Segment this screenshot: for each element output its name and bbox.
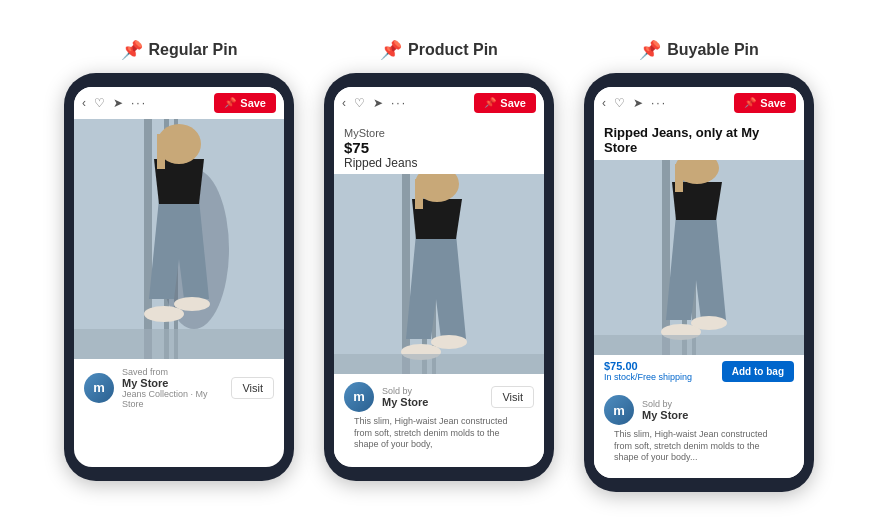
product-top-bar-left: ‹ ♡ ➤ ··· (342, 96, 468, 110)
product-pin-title: 📌 Product Pin (380, 39, 498, 61)
save-pin-icon: 📌 (224, 97, 236, 108)
pin-icon-regular: 📌 (121, 39, 143, 61)
regular-store-info: Saved from My Store Jeans Collection · M… (122, 367, 223, 409)
svg-rect-9 (157, 134, 165, 169)
svg-rect-28 (594, 335, 804, 355)
svg-point-25 (691, 316, 727, 330)
buyable-save-label: Save (760, 97, 786, 109)
product-store-name: My Store (382, 396, 483, 408)
buyable-phone-bottom: m Sold by My Store This slim, High-waist… (594, 387, 804, 478)
svg-rect-12 (402, 174, 410, 374)
product-title-label: Product Pin (408, 41, 498, 59)
svg-point-6 (144, 306, 184, 322)
regular-store-avatar: m (84, 373, 114, 403)
buyable-save-button[interactable]: 📌 Save (734, 93, 796, 113)
product-save-label: Save (500, 97, 526, 109)
regular-pin-title: 📌 Regular Pin (121, 39, 238, 61)
product-sold-by-label: Sold by (382, 386, 483, 396)
product-pin-section: 📌 Product Pin ‹ ♡ ➤ ··· 📌 Save (324, 39, 554, 481)
product-pin-phone: ‹ ♡ ➤ ··· 📌 Save MyStore $75 Ripped Jean… (324, 73, 554, 481)
product-back-icon[interactable]: ‹ (342, 96, 346, 110)
buyable-stock: In stock/Free shipping (604, 372, 692, 382)
product-store-avatar: m (344, 382, 374, 412)
buyable-price: $75.00 (604, 360, 692, 372)
regular-top-bar-left: ‹ ♡ ➤ ··· (82, 96, 208, 110)
product-pin-image (334, 174, 544, 374)
add-to-bag-button[interactable]: Add to bag (722, 361, 794, 382)
regular-pin-phone: ‹ ♡ ➤ ··· 📌 Save (64, 73, 294, 481)
regular-top-bar: ‹ ♡ ➤ ··· 📌 Save (74, 87, 284, 119)
buyable-store-avatar: m (604, 395, 634, 425)
buyable-description: This slim, High-waist Jean constructed f… (604, 425, 794, 470)
buyable-sold-by-label: Sold by (642, 399, 794, 409)
product-store-label: MyStore (344, 127, 534, 139)
buyable-save-pin-icon: 📌 (744, 97, 756, 108)
product-name: Ripped Jeans (344, 156, 534, 170)
buyable-price-row: $75.00 In stock/Free shipping Add to bag (594, 355, 804, 387)
buyable-more-icon[interactable]: ··· (651, 96, 667, 110)
buyable-pin-phone: ‹ ♡ ➤ ··· 📌 Save Ripped Jeans, only at M… (584, 73, 814, 492)
product-top-bar: ‹ ♡ ➤ ··· 📌 Save (334, 87, 544, 119)
buyable-pin-title-text: Ripped Jeans, only at My Store (604, 125, 794, 156)
buyable-pin-title: 📌 Buyable Pin (639, 39, 759, 61)
product-header: MyStore $75 Ripped Jeans (334, 119, 544, 174)
buyable-store-info: Sold by My Store (642, 399, 794, 421)
buyable-share-icon[interactable]: ➤ (633, 96, 643, 110)
svg-point-16 (431, 335, 467, 349)
svg-point-7 (174, 297, 210, 311)
buyable-phone-screen: ‹ ♡ ➤ ··· 📌 Save Ripped Jeans, only at M… (594, 87, 804, 478)
product-share-icon[interactable]: ➤ (373, 96, 383, 110)
back-icon[interactable]: ‹ (82, 96, 86, 110)
regular-visit-button[interactable]: Visit (231, 377, 274, 399)
product-phone-bottom: m Sold by My Store Visit This slim, High… (334, 374, 544, 465)
regular-store-label: Saved from (122, 367, 223, 377)
product-save-pin-icon: 📌 (484, 97, 496, 108)
buyable-title-label: Buyable Pin (667, 41, 759, 59)
buyable-top-bar: ‹ ♡ ➤ ··· 📌 Save (594, 87, 804, 119)
buyable-pin-image (594, 160, 804, 355)
buyable-heart-icon[interactable]: ♡ (614, 96, 625, 110)
pin-icon-product: 📌 (380, 39, 402, 61)
heart-icon[interactable]: ♡ (94, 96, 105, 110)
buyable-pin-section: 📌 Buyable Pin ‹ ♡ ➤ ··· 📌 Save (584, 39, 814, 492)
buyable-back-icon[interactable]: ‹ (602, 96, 606, 110)
product-price: $75 (344, 139, 534, 156)
product-description: This slim, High-waist Jean constructed f… (344, 412, 534, 457)
product-store-row: m Sold by My Store Visit (344, 382, 534, 412)
pin-icon-buyable: 📌 (639, 39, 661, 61)
product-save-button[interactable]: 📌 Save (474, 93, 536, 113)
more-icon[interactable]: ··· (131, 96, 147, 110)
share-icon[interactable]: ➤ (113, 96, 123, 110)
product-phone-screen: ‹ ♡ ➤ ··· 📌 Save MyStore $75 Ripped Jean… (334, 87, 544, 467)
regular-phone-screen: ‹ ♡ ➤ ··· 📌 Save (74, 87, 284, 467)
buyable-store-name: My Store (642, 409, 794, 421)
regular-pin-image (74, 119, 284, 359)
svg-rect-2 (144, 119, 152, 359)
regular-store-sub: Jeans Collection · My Store (122, 389, 223, 409)
regular-pin-section: 📌 Regular Pin ‹ ♡ ➤ ··· 📌 Save (64, 39, 294, 481)
svg-rect-10 (74, 329, 284, 359)
product-heart-icon[interactable]: ♡ (354, 96, 365, 110)
buyable-top-bar-left: ‹ ♡ ➤ ··· (602, 96, 728, 110)
svg-rect-18 (415, 179, 423, 209)
buyable-title-bar: Ripped Jeans, only at My Store (594, 119, 804, 160)
buyable-store-row: m Sold by My Store (604, 395, 794, 425)
product-store-info: Sold by My Store (382, 386, 483, 408)
regular-store-row: m Saved from My Store Jeans Collection ·… (84, 367, 274, 409)
product-more-icon[interactable]: ··· (391, 96, 407, 110)
product-visit-button[interactable]: Visit (491, 386, 534, 408)
save-label: Save (240, 97, 266, 109)
regular-save-button[interactable]: 📌 Save (214, 93, 276, 113)
svg-rect-19 (334, 354, 544, 374)
main-container: 📌 Regular Pin ‹ ♡ ➤ ··· 📌 Save (0, 19, 878, 512)
regular-store-name: My Store (122, 377, 223, 389)
buyable-price-info: $75.00 In stock/Free shipping (604, 360, 692, 382)
svg-rect-27 (675, 164, 683, 192)
regular-title-label: Regular Pin (149, 41, 238, 59)
regular-phone-bottom: m Saved from My Store Jeans Collection ·… (74, 359, 284, 417)
